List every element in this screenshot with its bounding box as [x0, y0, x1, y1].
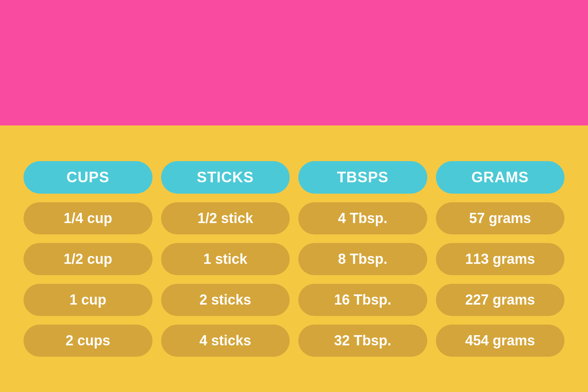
cell-row4-col2: 4 sticks	[161, 325, 290, 357]
col-header-tbsps: TBSPS	[298, 161, 427, 194]
cell-row1-col4: 57 grams	[436, 202, 565, 234]
col-header-sticks: STICKS	[161, 161, 290, 194]
conversion-table: CUPSSTICKSTBSPSGRAMS1/4 cup1/2 stick4 Tb…	[24, 161, 564, 357]
header	[0, 0, 588, 125]
cell-row3-col2: 2 sticks	[161, 284, 290, 316]
cell-row3-col1: 1 cup	[24, 284, 152, 316]
col-header-grams: GRAMS	[436, 161, 565, 194]
cell-row1-col3: 4 Tbsp.	[298, 202, 427, 234]
cell-row3-col4: 227 grams	[436, 284, 565, 316]
cell-row4-col1: 2 cups	[24, 325, 152, 357]
cell-row1-col1: 1/4 cup	[24, 202, 152, 234]
cell-row4-col3: 32 Tbsp.	[298, 325, 427, 357]
cell-row2-col2: 1 stick	[161, 243, 290, 275]
cell-row1-col2: 1/2 stick	[161, 202, 290, 234]
cell-row4-col4: 454 grams	[436, 325, 565, 357]
cell-row2-col1: 1/2 cup	[24, 243, 152, 275]
app: CUPSSTICKSTBSPSGRAMS1/4 cup1/2 stick4 Tb…	[0, 0, 588, 392]
cell-row2-col3: 8 Tbsp.	[298, 243, 427, 275]
cell-row2-col4: 113 grams	[436, 243, 565, 275]
col-header-cups: CUPS	[24, 161, 152, 194]
content-area: CUPSSTICKSTBSPSGRAMS1/4 cup1/2 stick4 Tb…	[0, 125, 588, 392]
cell-row3-col3: 16 Tbsp.	[298, 284, 427, 316]
